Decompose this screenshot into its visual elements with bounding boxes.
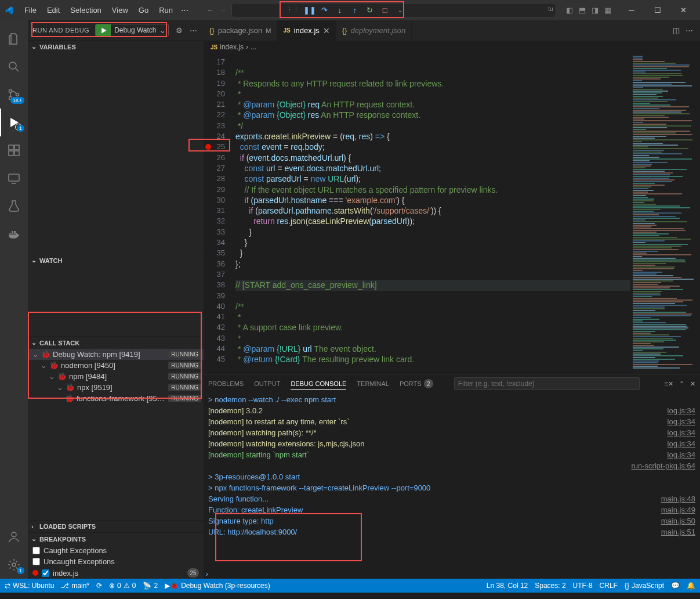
source-link[interactable]: main.js:48 (661, 493, 695, 504)
nav-back-icon[interactable]: ← (206, 6, 214, 15)
console-filter-input[interactable] (454, 377, 640, 390)
debug-icon[interactable]: 1 (0, 109, 28, 136)
menu-selection[interactable]: Selection (66, 3, 106, 17)
source-link[interactable]: main.js:49 (661, 504, 695, 515)
minimize-button[interactable]: ─ (620, 2, 643, 19)
step-out-icon[interactable]: ↑ (350, 5, 360, 15)
menu-view[interactable]: View (107, 3, 133, 17)
menu-run[interactable]: Run (154, 3, 177, 17)
source-link[interactable]: log.js:34 (668, 449, 695, 460)
variables-section[interactable]: ⌄VARIABLES (28, 41, 204, 53)
source-link[interactable]: log.js:34 (668, 427, 695, 438)
settings-icon[interactable]: 1 (0, 551, 28, 579)
layout-panel-icon[interactable]: ⬒ (579, 6, 586, 15)
menu-go[interactable]: Go (134, 3, 153, 17)
console-row: Function: createLinkPreviewmain.js:49 (208, 504, 695, 515)
encoding-indicator[interactable]: UTF-8 (573, 582, 593, 590)
search-icon[interactable] (0, 53, 28, 81)
docker-icon[interactable] (0, 220, 28, 248)
scm-badge: 1K+ (10, 97, 24, 104)
svg-rect-4 (9, 145, 13, 150)
drag-handle-icon[interactable]: ⋮⋮ (286, 6, 299, 14)
bp-file[interactable]: index.js25 (28, 567, 204, 579)
callstack-row[interactable]: ⌄🐞Debug Watch: npm [9419]RUNNING (28, 349, 204, 360)
maximize-button[interactable]: ☐ (646, 2, 669, 19)
nav-fwd-icon[interactable]: → (219, 6, 226, 15)
stop-icon[interactable]: □ (380, 5, 390, 15)
scm-icon[interactable]: 1K+ (0, 81, 28, 109)
minimap[interactable] (630, 53, 700, 374)
step-over-icon[interactable]: ↷ (320, 5, 329, 15)
source-link[interactable]: log.js:34 (668, 438, 695, 449)
code-editor[interactable]: 1718192021222324252627282930313233343536… (204, 53, 700, 374)
ports-indicator[interactable]: 📡2 (143, 582, 158, 590)
close-tab-icon[interactable]: ✕ (323, 26, 330, 35)
source-link[interactable]: run-script-pkg.js:64 (631, 460, 695, 471)
remote-indicator[interactable]: ⇄WSL: Ubuntu (5, 582, 54, 590)
start-debug-button[interactable] (96, 24, 111, 36)
callstack-section[interactable]: ⌄CALL STACK (28, 337, 204, 349)
language-indicator[interactable]: {}JavaScript (625, 582, 664, 590)
tab-index.js[interactable]: JSindex.js✕ (277, 20, 336, 41)
layout-sidebar-right-icon[interactable]: ◨ (592, 6, 599, 15)
loaded-scripts-section[interactable]: ›LOADED SCRIPTS (28, 521, 204, 532)
testing-icon[interactable] (0, 192, 28, 220)
bp-caught[interactable]: Caught Exceptions (28, 545, 204, 556)
launch-indicator[interactable]: ▶🐞Debug Watch (3p-resources) (165, 582, 270, 590)
breadcrumb[interactable]: JS index.js › ... (204, 41, 700, 53)
menu-edit[interactable]: Edit (42, 3, 64, 17)
step-into-icon[interactable]: ↓ (335, 5, 344, 15)
problems-indicator[interactable]: ⊗0⚠0 (109, 582, 136, 590)
restart-icon[interactable]: ↻ (365, 5, 375, 15)
account-icon[interactable] (0, 523, 28, 551)
feedback-icon[interactable]: 💬 (671, 582, 680, 590)
tab-deployment.json[interactable]: {}deployment.json (336, 20, 412, 41)
console-prompt[interactable]: › (204, 570, 700, 579)
cursor-position[interactable]: Ln 38, Col 12 (487, 582, 528, 590)
bp-uncaught[interactable]: Uncaught Exceptions (28, 556, 204, 567)
chevron-down-icon[interactable]: ⌄ (159, 26, 168, 35)
command-center[interactable]: ⋮⋮ ❚❚ ↷ ↓ ↑ ↻ □ ⌄ tu (231, 3, 556, 17)
panel-tab-problems[interactable]: PROBLEMS (208, 378, 244, 389)
layout-customize-icon[interactable]: ▦ (604, 6, 611, 15)
pause-icon[interactable]: ❚❚ (305, 5, 314, 15)
layout-sidebar-left-icon[interactable]: ◧ (566, 6, 573, 15)
source-link[interactable]: main.js:50 (661, 515, 695, 526)
callstack-row[interactable]: ⌄🐞npm [9484]RUNNING (28, 371, 204, 382)
debug-dropdown-icon[interactable]: ⌄ (396, 5, 405, 15)
menu-overflow[interactable]: ⋯ (177, 3, 192, 17)
tab-package.json[interactable]: {}package.jsonM (204, 20, 277, 41)
menu-file[interactable]: File (20, 3, 41, 17)
bell-icon[interactable]: 🔔 (687, 582, 695, 590)
debug-console[interactable]: > nodemon --watch ./ --exec npm start[no… (204, 393, 700, 570)
overflow-icon[interactable]: ⋯ (190, 26, 197, 35)
panel-tab-output[interactable]: OUTPUT (254, 378, 280, 389)
sync-indicator[interactable]: ⟳ (96, 582, 102, 590)
close-button[interactable]: ✕ (672, 2, 695, 19)
callstack-row[interactable]: 🐞functions-framework [954...RUNNING (28, 393, 204, 404)
breakpoints-section[interactable]: ⌄BREAKPOINTS (28, 533, 204, 545)
source-link[interactable]: main.js:51 (661, 526, 695, 537)
branch-indicator[interactable]: ⎇main* (61, 582, 89, 590)
watch-section[interactable]: ⌄WATCH (28, 254, 204, 266)
panel-tab-terminal[interactable]: TERMINAL (357, 378, 389, 389)
eol-indicator[interactable]: CRLF (600, 582, 618, 590)
source-link[interactable]: log.js:34 (668, 405, 695, 416)
spaces-indicator[interactable]: Spaces: 2 (535, 582, 565, 590)
tab-overflow-icon[interactable]: ⋯ (686, 26, 693, 35)
split-editor-icon[interactable]: ◫ (673, 26, 680, 35)
close-panel-icon[interactable]: ✕ (690, 380, 695, 388)
callstack-row[interactable]: ⌄🐞npx [9519]RUNNING (28, 382, 204, 393)
remote-icon[interactable] (0, 164, 28, 192)
panel-tab-ports[interactable]: PORTS2 (400, 377, 433, 391)
debug-config-dropdown[interactable]: Debug Watch ⌄ (95, 24, 169, 37)
panel-tab-debug-console[interactable]: DEBUG CONSOLE (291, 378, 346, 390)
source-link[interactable]: log.js:34 (668, 416, 695, 427)
chevron-up-icon[interactable]: ⌃ (679, 380, 684, 388)
explorer-icon[interactable] (0, 25, 28, 53)
extensions-icon[interactable] (0, 136, 28, 164)
callstack-row[interactable]: ⌄🐞nodemon [9450]RUNNING (28, 360, 204, 371)
clear-console-icon[interactable]: ≡✕ (665, 380, 673, 388)
gear-icon[interactable]: ⚙ (176, 26, 183, 35)
svg-rect-6 (14, 151, 19, 156)
